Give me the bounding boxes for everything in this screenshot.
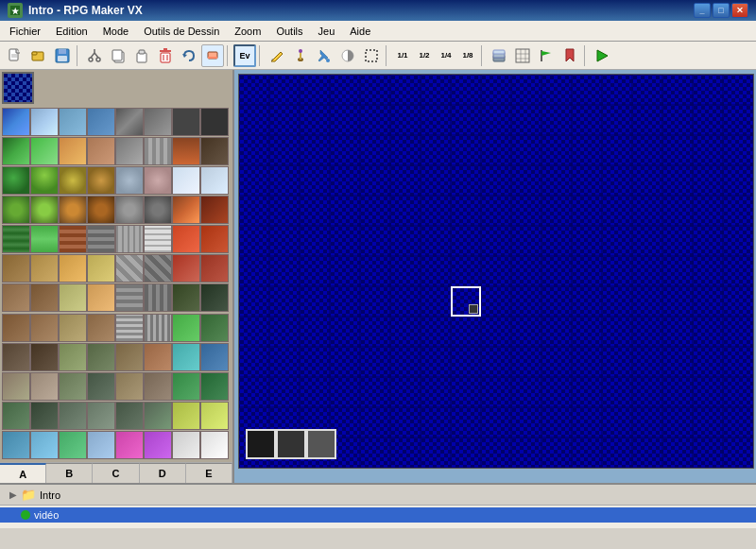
map-cell[interactable] xyxy=(360,437,390,468)
selected-tile-display[interactable] xyxy=(2,72,34,104)
menu-edition[interactable]: Edition xyxy=(48,21,95,41)
map-cell[interactable] xyxy=(360,196,390,226)
tile-cell[interactable] xyxy=(200,283,229,312)
map-cell[interactable] xyxy=(421,407,451,437)
map-cell[interactable] xyxy=(723,407,753,437)
play-button[interactable] xyxy=(591,44,613,67)
tile-cell[interactable] xyxy=(2,196,30,224)
tile-tab-a[interactable]: A xyxy=(0,463,46,483)
menu-outils-dessin[interactable]: Outils de Dessin xyxy=(136,21,227,41)
map-cell[interactable] xyxy=(300,165,330,196)
map-cell[interactable] xyxy=(451,226,481,256)
map-cell[interactable] xyxy=(662,286,693,317)
tile-cell[interactable] xyxy=(200,314,229,342)
map-cell[interactable] xyxy=(390,75,421,105)
scale-1-1-button[interactable]: 1/1 xyxy=(392,44,413,67)
map-cell[interactable] xyxy=(602,317,632,347)
map-cell[interactable] xyxy=(693,317,723,347)
map-cell[interactable] xyxy=(451,196,481,226)
map-cell[interactable] xyxy=(693,135,723,165)
map-cell[interactable] xyxy=(481,135,511,165)
map-cell[interactable] xyxy=(269,286,300,317)
tile-tab-b[interactable]: B xyxy=(46,463,93,483)
map-cell[interactable] xyxy=(269,226,300,256)
map-cell[interactable] xyxy=(572,407,602,437)
tile-cell[interactable] xyxy=(30,314,59,342)
map-cell[interactable] xyxy=(421,347,451,377)
map-cell[interactable] xyxy=(541,75,572,105)
map-cell[interactable] xyxy=(390,135,421,165)
map-cell[interactable] xyxy=(662,256,693,286)
tile-cell[interactable] xyxy=(172,372,200,401)
map-cell[interactable] xyxy=(360,317,390,347)
map-cell[interactable] xyxy=(602,226,632,256)
map-cell[interactable] xyxy=(390,437,421,468)
map-cell[interactable] xyxy=(360,347,390,377)
paste-button[interactable] xyxy=(130,44,153,67)
map-cell[interactable] xyxy=(541,226,572,256)
map-cell[interactable] xyxy=(602,165,632,196)
maximize-button[interactable]: □ xyxy=(713,3,730,18)
map-cell[interactable] xyxy=(269,317,300,347)
map-cell[interactable] xyxy=(300,105,330,135)
tile-cell[interactable] xyxy=(30,196,59,224)
map-cell[interactable] xyxy=(541,286,572,317)
map-cell[interactable] xyxy=(330,377,360,407)
map-cell[interactable] xyxy=(693,256,723,286)
map-cell[interactable] xyxy=(300,256,330,286)
map-cell[interactable] xyxy=(572,165,602,196)
tile-cell[interactable] xyxy=(2,108,30,136)
brush-button[interactable] xyxy=(289,44,312,67)
map-cell[interactable] xyxy=(239,135,269,165)
tile-cell[interactable] xyxy=(144,108,172,136)
map-cell[interactable] xyxy=(632,286,662,317)
map-cell[interactable] xyxy=(421,135,451,165)
map-cell[interactable] xyxy=(481,256,511,286)
map-cell[interactable] xyxy=(572,347,602,377)
tile-cell[interactable] xyxy=(2,343,30,371)
map-cell[interactable] xyxy=(541,317,572,347)
scale-1-4-button[interactable]: 1/4 xyxy=(436,44,456,67)
tile-cell[interactable] xyxy=(200,254,229,283)
tile-cell[interactable] xyxy=(172,254,200,283)
map-cell[interactable] xyxy=(693,226,723,256)
tile-cell[interactable] xyxy=(115,225,144,253)
tile-cell[interactable] xyxy=(59,166,87,195)
tile-cell[interactable] xyxy=(2,137,30,165)
map-cell[interactable] xyxy=(269,196,300,226)
map-cell[interactable] xyxy=(572,286,602,317)
map-cell[interactable] xyxy=(723,437,753,468)
map-cell[interactable] xyxy=(481,347,511,377)
map-cell[interactable] xyxy=(300,226,330,256)
map-cell[interactable] xyxy=(300,196,330,226)
tile-cell[interactable] xyxy=(87,225,115,253)
map-cell[interactable] xyxy=(481,196,511,226)
map-cell[interactable] xyxy=(390,165,421,196)
tile-cell[interactable] xyxy=(172,166,200,195)
tile-cell[interactable] xyxy=(87,283,115,312)
map-cell[interactable] xyxy=(662,347,693,377)
map-cell[interactable] xyxy=(602,75,632,105)
map-cell[interactable] xyxy=(269,135,300,165)
map-cell[interactable] xyxy=(602,105,632,135)
map-cell[interactable] xyxy=(421,377,451,407)
map-cell[interactable] xyxy=(239,165,269,196)
tile-cell[interactable] xyxy=(172,196,200,224)
map-cell[interactable] xyxy=(723,165,753,196)
map-cell[interactable] xyxy=(511,165,541,196)
tile-cell[interactable] xyxy=(200,108,229,136)
tile-cell[interactable] xyxy=(115,254,144,283)
map-cell[interactable] xyxy=(421,105,451,135)
map-cell[interactable] xyxy=(330,347,360,377)
map-item-video[interactable]: vidéo xyxy=(0,507,756,523)
tile-cell[interactable] xyxy=(30,137,59,165)
map-cell[interactable] xyxy=(390,105,421,135)
map-cell[interactable] xyxy=(451,317,481,347)
map-cell[interactable] xyxy=(632,407,662,437)
map-cell[interactable] xyxy=(330,135,360,165)
open-button[interactable] xyxy=(27,44,50,67)
map-cell[interactable] xyxy=(481,407,511,437)
tile-cell[interactable] xyxy=(115,343,144,371)
map-cell[interactable] xyxy=(572,256,602,286)
map-cell[interactable] xyxy=(451,75,481,105)
